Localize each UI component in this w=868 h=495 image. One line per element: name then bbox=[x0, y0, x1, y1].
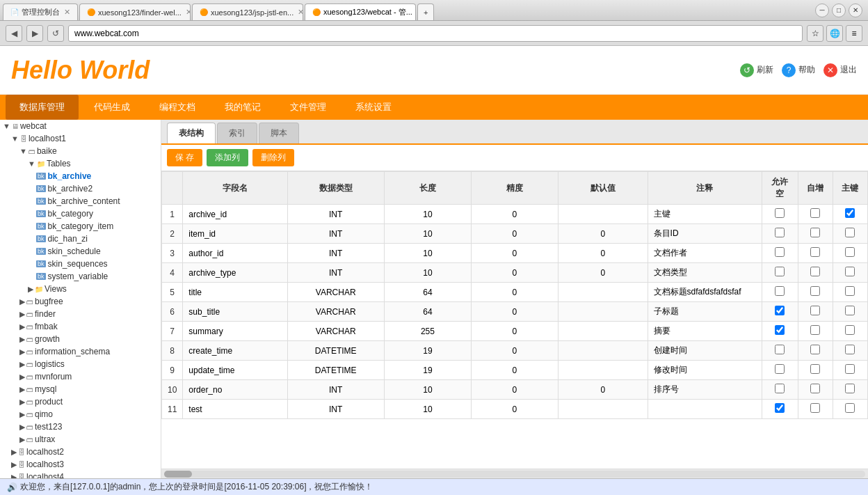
star-button[interactable]: ☆ bbox=[807, 25, 823, 42]
tree-item-webcat[interactable]: ▼ 🖥 webcat bbox=[0, 120, 161, 132]
cell-comment[interactable] bbox=[648, 224, 762, 244]
cell-default[interactable] bbox=[558, 322, 648, 341]
cell-comment[interactable] bbox=[648, 283, 762, 302]
cell-nullable[interactable] bbox=[762, 400, 798, 419]
cell-fieldname[interactable] bbox=[183, 380, 287, 400]
logout-action[interactable]: ✕ 退出 bbox=[823, 63, 857, 77]
cell-length[interactable] bbox=[384, 341, 471, 361]
tree-item-bk-category[interactable]: bk bk_category bbox=[0, 207, 161, 220]
cell-primarykey[interactable] bbox=[833, 244, 867, 263]
tree-item-growth[interactable]: ▶ 🗃 growth bbox=[0, 333, 161, 345]
cell-fieldname[interactable] bbox=[183, 283, 287, 302]
cell-default[interactable] bbox=[558, 361, 648, 380]
cell-autoincr[interactable] bbox=[798, 341, 833, 361]
cell-length[interactable] bbox=[384, 302, 471, 322]
tree-item-product[interactable]: ▶ 🗃 product bbox=[0, 395, 161, 408]
cell-fieldname[interactable] bbox=[183, 224, 287, 244]
cell-datatype[interactable] bbox=[287, 283, 384, 302]
cell-length[interactable] bbox=[384, 361, 471, 380]
cell-fieldname[interactable] bbox=[183, 400, 287, 419]
cell-autoincr[interactable] bbox=[798, 302, 833, 322]
nav-item-notes[interactable]: 我的笔记 bbox=[211, 95, 275, 120]
cell-length[interactable] bbox=[384, 380, 471, 400]
cell-datatype[interactable] bbox=[287, 380, 384, 400]
cell-comment[interactable] bbox=[648, 361, 762, 380]
add-column-button[interactable]: 添加列 bbox=[207, 149, 248, 166]
cell-fieldname[interactable] bbox=[183, 263, 287, 283]
reload-button[interactable]: ↺ bbox=[47, 25, 64, 42]
cell-autoincr[interactable] bbox=[798, 380, 833, 400]
cell-precision[interactable] bbox=[471, 302, 558, 322]
cell-primarykey[interactable] bbox=[833, 205, 867, 224]
nav-item-file-manage[interactable]: 文件管理 bbox=[276, 95, 340, 120]
minimize-button[interactable]: ─ bbox=[815, 3, 829, 17]
nav-item-code-gen[interactable]: 代码生成 bbox=[80, 95, 144, 120]
cell-primarykey[interactable] bbox=[833, 302, 867, 322]
tree-item-skin-sequences[interactable]: bk skin_sequences bbox=[0, 258, 161, 270]
delete-column-button[interactable]: 删除列 bbox=[252, 149, 294, 166]
cell-default[interactable] bbox=[558, 380, 648, 400]
tree-item-localhost3[interactable]: ▶ 🗄 localhost3 bbox=[0, 458, 161, 471]
save-button[interactable]: 保 存 bbox=[167, 149, 202, 166]
cell-fieldname[interactable] bbox=[183, 322, 287, 341]
cell-autoincr[interactable] bbox=[798, 244, 833, 263]
cell-comment[interactable] bbox=[648, 400, 762, 419]
cell-autoincr[interactable] bbox=[798, 400, 833, 419]
cell-autoincr[interactable] bbox=[798, 283, 833, 302]
cell-nullable[interactable] bbox=[762, 341, 798, 361]
cell-precision[interactable] bbox=[471, 322, 558, 341]
cell-nullable[interactable] bbox=[762, 205, 798, 224]
tree-item-fmbak[interactable]: ▶ 🗃 fmbak bbox=[0, 320, 161, 333]
tree-item-tables[interactable]: ▼ 📁 Tables bbox=[0, 157, 161, 170]
tree-item-bugfree[interactable]: ▶ 🗃 bugfree bbox=[0, 295, 161, 308]
cell-primarykey[interactable] bbox=[833, 224, 867, 244]
cell-autoincr[interactable] bbox=[798, 224, 833, 244]
tree-item-localhost2[interactable]: ▶ 🗄 localhost2 bbox=[0, 446, 161, 458]
cell-fieldname[interactable] bbox=[183, 341, 287, 361]
hscroll-thumb[interactable] bbox=[164, 471, 192, 478]
cell-default[interactable] bbox=[558, 205, 648, 224]
cell-datatype[interactable] bbox=[287, 302, 384, 322]
cell-length[interactable] bbox=[384, 322, 471, 341]
cell-fieldname[interactable] bbox=[183, 302, 287, 322]
cell-nullable[interactable] bbox=[762, 244, 798, 263]
cell-precision[interactable] bbox=[471, 341, 558, 361]
tree-item-ultrax[interactable]: ▶ 🗃 ultrax bbox=[0, 433, 161, 446]
cell-primarykey[interactable] bbox=[833, 400, 867, 419]
cell-primarykey[interactable] bbox=[833, 322, 867, 341]
cell-default[interactable] bbox=[558, 400, 648, 419]
tree-item-skin-schedule[interactable]: bk skin_schedule bbox=[0, 245, 161, 258]
tab-close-1[interactable]: ✕ bbox=[64, 8, 70, 17]
cell-precision[interactable] bbox=[471, 263, 558, 283]
cell-comment[interactable] bbox=[648, 380, 762, 400]
cell-datatype[interactable] bbox=[287, 224, 384, 244]
cell-nullable[interactable] bbox=[762, 263, 798, 283]
horizontal-scrollbar[interactable] bbox=[161, 469, 868, 478]
cell-length[interactable] bbox=[384, 263, 471, 283]
tree-item-system-variable[interactable]: bk system_variable bbox=[0, 270, 161, 283]
nav-item-sys-settings[interactable]: 系统设置 bbox=[341, 95, 405, 120]
cell-default[interactable] bbox=[558, 341, 648, 361]
tree-item-mvnforum[interactable]: ▶ 🗃 mvnforum bbox=[0, 370, 161, 383]
cell-fieldname[interactable] bbox=[183, 361, 287, 380]
cell-length[interactable] bbox=[384, 283, 471, 302]
cell-datatype[interactable] bbox=[287, 205, 384, 224]
cell-precision[interactable] bbox=[471, 224, 558, 244]
cell-nullable[interactable] bbox=[762, 302, 798, 322]
tree-item-test123[interactable]: ▶ 🗃 test123 bbox=[0, 421, 161, 433]
cell-comment[interactable] bbox=[648, 263, 762, 283]
help-action[interactable]: ? 帮助 bbox=[782, 63, 815, 77]
back-button[interactable]: ◀ bbox=[6, 25, 22, 42]
cell-nullable[interactable] bbox=[762, 283, 798, 302]
tab-index[interactable]: 索引 bbox=[217, 123, 257, 143]
cell-primarykey[interactable] bbox=[833, 380, 867, 400]
cell-comment[interactable] bbox=[648, 244, 762, 263]
cell-fieldname[interactable] bbox=[183, 244, 287, 263]
cell-precision[interactable] bbox=[471, 283, 558, 302]
cell-precision[interactable] bbox=[471, 400, 558, 419]
cell-datatype[interactable] bbox=[287, 322, 384, 341]
cell-precision[interactable] bbox=[471, 244, 558, 263]
tab-close-3[interactable]: ✕ bbox=[298, 8, 303, 17]
cell-default[interactable] bbox=[558, 224, 648, 244]
cell-nullable[interactable] bbox=[762, 224, 798, 244]
